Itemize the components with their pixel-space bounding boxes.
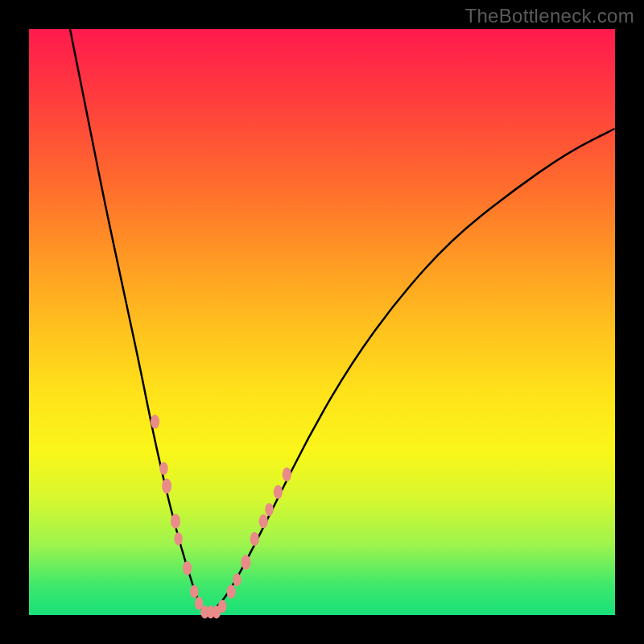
data-marker: [259, 514, 268, 528]
data-marker: [241, 555, 250, 570]
watermark-text: TheBottleneck.com: [464, 5, 634, 27]
data-marker: [265, 503, 273, 516]
data-marker: [151, 415, 159, 428]
data-marker: [159, 462, 167, 475]
series-curve-right: [204, 129, 615, 615]
marker-group: [151, 415, 291, 618]
data-marker: [233, 573, 241, 586]
data-marker: [174, 532, 182, 545]
chart-frame: TheBottleneck.com: [0, 0, 644, 644]
data-marker: [171, 514, 180, 529]
data-marker: [250, 532, 259, 546]
curve-group: [70, 29, 615, 615]
chart-overlay-svg: [29, 29, 615, 615]
plot-area: [29, 29, 615, 615]
data-marker: [183, 561, 192, 575]
data-marker: [283, 468, 291, 481]
series-curve-left: [70, 29, 204, 615]
data-marker: [190, 585, 198, 598]
data-marker: [218, 600, 226, 613]
data-marker: [162, 479, 171, 494]
data-marker: [227, 584, 236, 598]
data-marker: [274, 485, 283, 498]
